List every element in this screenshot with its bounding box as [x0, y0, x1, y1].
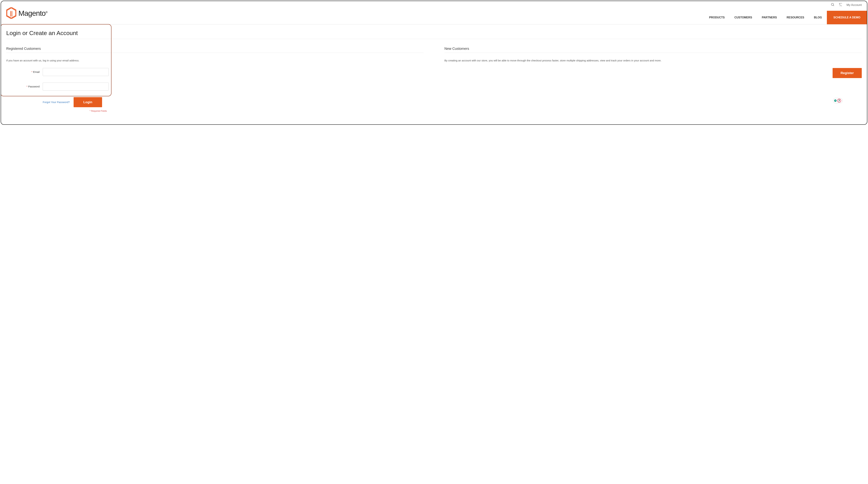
search-icon[interactable]: [831, 3, 835, 7]
main-content: Login or Create an Account Registered Cu…: [1, 25, 867, 112]
email-row: *Email: [6, 68, 424, 76]
password-field[interactable]: [43, 83, 109, 91]
page-title: Login or Create an Account: [6, 30, 862, 39]
main-header: Magento® PRODUCTS CUSTOMERS PARTNERS RES…: [1, 7, 867, 25]
schedule-demo-button[interactable]: SCHEDULE A DEMO: [827, 11, 867, 24]
notification-widget[interactable]: + 7: [833, 98, 843, 103]
svg-point-3: [841, 6, 842, 6]
register-heading: New Customers: [444, 47, 862, 53]
my-account-link[interactable]: My Account: [846, 3, 862, 7]
brand-name: Magento®: [19, 9, 48, 18]
columns: Registered Customers If you have an acco…: [6, 47, 862, 112]
page-frame: My Account Magento® PRODUCTS CUSTOMERS P…: [1, 1, 867, 125]
password-label: *Password: [6, 85, 43, 88]
top-utility-bar: My Account: [1, 1, 867, 7]
register-column: New Customers By creating an account wit…: [444, 47, 862, 112]
login-column: Registered Customers If you have an acco…: [6, 47, 424, 112]
login-actions: Forgot Your Password? Login: [43, 97, 424, 107]
email-label: *Email: [6, 70, 43, 73]
nav-customers[interactable]: CUSTOMERS: [730, 11, 757, 24]
required-asterisk: *: [31, 70, 32, 73]
required-asterisk: *: [26, 85, 27, 88]
svg-marker-4: [7, 8, 16, 19]
login-heading: Registered Customers: [6, 47, 424, 53]
login-button[interactable]: Login: [73, 97, 102, 107]
magento-hexagon-icon: [6, 7, 16, 20]
nav-partners[interactable]: PARTNERS: [757, 11, 782, 24]
brand-logo[interactable]: Magento®: [6, 7, 48, 24]
password-row: *Password: [6, 83, 424, 91]
primary-nav: PRODUCTS CUSTOMERS PARTNERS RESOURCES BL…: [704, 11, 867, 24]
email-field[interactable]: [43, 68, 109, 76]
svg-line-1: [833, 5, 834, 6]
nav-resources[interactable]: RESOURCES: [782, 11, 809, 24]
nav-products[interactable]: PRODUCTS: [704, 11, 730, 24]
notification-count: 7: [837, 99, 841, 102]
svg-point-0: [831, 3, 834, 5]
svg-rect-5: [10, 11, 11, 17]
plus-icon: +: [834, 99, 837, 102]
register-button[interactable]: Register: [833, 68, 862, 78]
login-desc: If you have an account with us, log in u…: [6, 58, 424, 63]
svg-point-2: [840, 6, 840, 6]
cart-icon[interactable]: [838, 3, 843, 7]
required-fields-note: * Required Fields: [90, 110, 424, 112]
svg-rect-6: [12, 11, 12, 17]
forgot-password-link[interactable]: Forgot Your Password?: [43, 101, 70, 103]
register-desc: By creating an account with our store, y…: [444, 58, 862, 63]
nav-blog[interactable]: BLOG: [809, 11, 827, 24]
